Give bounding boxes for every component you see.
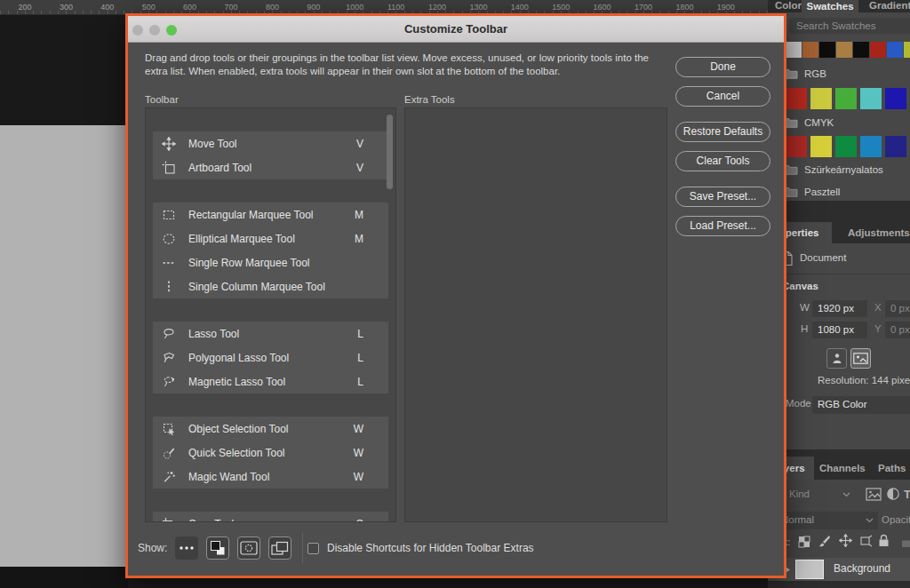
color-swatch[interactable] — [786, 136, 807, 157]
color-swatch[interactable] — [885, 136, 906, 157]
swatch-group-grayscale[interactable]: Szürkeárnyalatos — [784, 163, 883, 175]
mode-dropdown[interactable]: RGB Color — [812, 396, 910, 414]
cancel-button[interactable]: Cancel — [675, 86, 770, 107]
tool-row-object-selection[interactable]: Object Selection Tool W — [153, 417, 388, 441]
dialog-titlebar[interactable]: Customize Toolbar — [128, 16, 784, 43]
pasteboard-dark — [0, 15, 128, 125]
tool-row-magic-wand[interactable]: Magic Wand Tool W — [153, 465, 388, 489]
height-field[interactable]: 1080 px — [812, 322, 867, 338]
lock-transparency-icon[interactable] — [798, 536, 810, 548]
show-extras-ellipsis-button[interactable] — [175, 536, 198, 560]
color-swatch[interactable] — [835, 88, 857, 109]
filter-adjustment-layers-icon[interactable] — [886, 487, 900, 501]
zoom-window-icon[interactable] — [166, 25, 177, 36]
width-field[interactable]: 1920 px — [812, 300, 867, 317]
chevron-down-icon — [866, 518, 874, 523]
disable-shortcuts-checkbox[interactable] — [307, 543, 319, 554]
color-swatch[interactable] — [786, 88, 807, 109]
swatch-group-rgb[interactable]: RGB — [784, 68, 826, 79]
landscape-orientation-button[interactable] — [850, 348, 871, 369]
color-swatch[interactable] — [887, 42, 903, 58]
lock-artboard-icon[interactable] — [859, 535, 873, 547]
color-swatch[interactable] — [810, 88, 832, 109]
quick-selection-icon — [162, 446, 176, 460]
lock-position-icon[interactable] — [839, 534, 852, 547]
swatch-group-pastel[interactable]: Pasztell — [784, 186, 840, 197]
close-window-icon[interactable] — [132, 25, 143, 36]
kind-filter-dropdown[interactable]: Kind — [789, 489, 810, 499]
tab-swatches[interactable]: Swatches — [802, 0, 858, 12]
color-swatch[interactable] — [836, 42, 852, 58]
tool-row-single-column-marquee[interactable]: Single Column Marquee Tool — [153, 274, 388, 298]
ruler-tick: 900 — [296, 3, 331, 12]
tool-row-move[interactable]: Move Tool V — [153, 131, 388, 155]
color-swatch[interactable] — [860, 136, 882, 157]
tab-channels[interactable]: Channels — [819, 463, 866, 473]
tool-row-crop[interactable]: Crop Tool C — [153, 512, 388, 522]
color-swatch[interactable] — [860, 88, 882, 109]
tool-row-quick-selection[interactable]: Quick Selection Tool W — [153, 441, 388, 465]
extra-tools-list[interactable] — [404, 107, 667, 522]
tool-shortcut: L — [357, 328, 363, 340]
color-swatch[interactable] — [786, 42, 802, 58]
tool-row-magnetic-lasso[interactable]: Magnetic Lasso Tool L — [153, 369, 388, 393]
ruler-tick: 700 — [213, 3, 249, 12]
tool-row-rectangular-marquee[interactable]: Rectangular Marquee Tool M — [153, 203, 388, 226]
ruler-tick: 300 — [48, 3, 84, 12]
color-swatch[interactable] — [885, 88, 906, 109]
fill-lock-icon[interactable] — [901, 536, 910, 548]
tool-group: Rectangular Marquee Tool M Elliptical Ma… — [153, 203, 388, 298]
color-swatch[interactable] — [835, 136, 857, 157]
tool-row-lasso[interactable]: Lasso Tool L — [153, 322, 388, 346]
show-screen-mode-button[interactable] — [268, 536, 291, 560]
clear-tools-button[interactable]: Clear Tools — [675, 151, 770, 171]
portrait-orientation-button[interactable] — [826, 348, 847, 369]
foreground-background-colors-icon — [210, 540, 226, 556]
search-swatches-input[interactable]: Search Swatches — [789, 18, 910, 34]
elliptical-marquee-icon — [162, 232, 176, 246]
ruler-tick: 1600 — [585, 3, 620, 12]
color-swatch[interactable] — [870, 42, 886, 58]
tool-shortcut: M — [355, 233, 363, 245]
color-swatch[interactable] — [853, 42, 869, 58]
color-swatch[interactable] — [802, 42, 818, 58]
lock-paint-icon[interactable] — [818, 535, 831, 548]
show-foreground-background-colors-button[interactable] — [206, 536, 229, 560]
tab-adjustments[interactable]: Adjustments — [848, 227, 910, 238]
tool-label: Artboard Tool — [188, 162, 251, 174]
tool-row-artboard[interactable]: Artboard Tool V — [153, 155, 388, 179]
load-preset-button[interactable]: Load Preset... — [675, 216, 770, 236]
done-button[interactable]: Done — [675, 57, 770, 77]
filter-type-layers-icon[interactable]: T — [904, 488, 910, 501]
tool-label: Quick Selection Tool — [188, 447, 285, 459]
tool-row-elliptical-marquee[interactable]: Elliptical Marquee Tool M — [153, 226, 388, 250]
properties-tabbar: Properties Adjustments — [768, 222, 910, 243]
tab-paths[interactable]: Paths — [878, 463, 906, 473]
lock-all-icon[interactable] — [878, 534, 890, 547]
save-preset-button[interactable]: Save Preset... — [675, 187, 770, 207]
x-label: X — [874, 302, 882, 313]
toolbar-list[interactable]: Move Tool V Artboard Tool V Rectangular … — [145, 107, 396, 522]
color-swatch[interactable] — [810, 136, 832, 157]
toolbar-list-scrollbar[interactable] — [387, 115, 393, 189]
swatch-group-label: CMYK — [804, 117, 834, 128]
show-quick-mask-button[interactable] — [237, 536, 260, 560]
color-swatch[interactable] — [819, 42, 835, 58]
x-field[interactable]: 0 px — [885, 300, 910, 317]
swatch-group-cmyk[interactable]: CMYK — [784, 116, 834, 128]
filter-pixel-layers-icon[interactable] — [866, 488, 882, 501]
background-layer-row[interactable]: Background — [768, 558, 910, 581]
tool-group: Move Tool V Artboard Tool V — [153, 131, 388, 179]
tool-row-polygonal-lasso[interactable]: Polygonal Lasso Tool L — [153, 346, 388, 369]
ruler-tick: 1800 — [667, 3, 702, 12]
tool-row-single-row-marquee[interactable]: Single Row Marquee Tool — [153, 250, 388, 274]
minimize-window-icon[interactable] — [149, 25, 160, 36]
y-field[interactable]: 0 px — [885, 322, 910, 338]
tab-color[interactable]: Color — [775, 0, 802, 11]
tab-gradients[interactable]: Gradients — [869, 0, 910, 11]
layer-thumbnail[interactable] — [795, 560, 824, 579]
color-swatch[interactable] — [904, 42, 910, 58]
rectangular-marquee-icon — [162, 208, 176, 222]
restore-defaults-button[interactable]: Restore Defaults — [675, 122, 770, 142]
document-label[interactable]: Document — [800, 252, 846, 263]
